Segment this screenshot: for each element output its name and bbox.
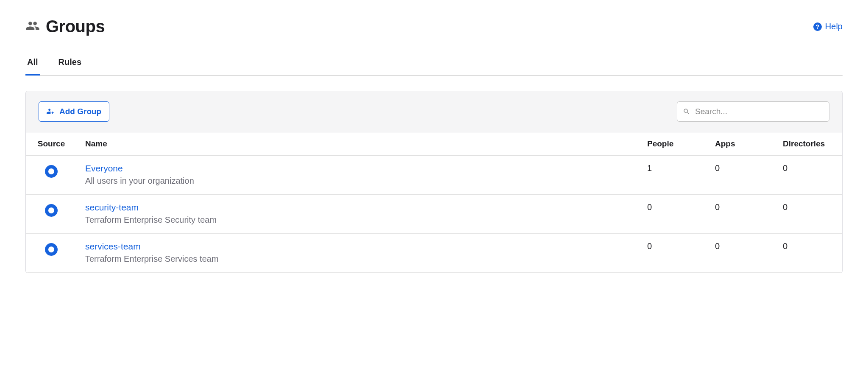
group-name-link[interactable]: services-team [85, 241, 630, 252]
cell-apps: 0 [707, 234, 774, 273]
group-description: Terraform Enterprise Services team [85, 254, 630, 264]
cell-people: 0 [639, 195, 707, 234]
tab-rules[interactable]: Rules [57, 53, 83, 76]
source-okta-icon [45, 165, 58, 178]
cell-directories: 0 [774, 234, 842, 273]
group-description: All users in your organization [85, 176, 630, 186]
table-row: services-team Terraform Enterprise Servi… [26, 234, 842, 273]
cell-directories: 0 [774, 195, 842, 234]
table-row: security-team Terraform Enterprise Secur… [26, 195, 842, 234]
table-row: Everyone All users in your organization … [26, 156, 842, 195]
cell-directories: 0 [774, 156, 842, 195]
search-input[interactable] [677, 101, 829, 122]
cell-people: 1 [639, 156, 707, 195]
source-okta-icon [45, 204, 58, 217]
cell-apps: 0 [707, 156, 774, 195]
col-directories: Directories [774, 132, 842, 156]
help-icon: ? [813, 22, 822, 31]
tabs: All Rules [25, 53, 843, 76]
group-description: Terraform Enterprise Security team [85, 215, 630, 225]
col-apps: Apps [707, 132, 774, 156]
source-okta-icon [45, 243, 58, 256]
group-name-link[interactable]: Everyone [85, 163, 630, 174]
groups-panel: Add Group Source Name People Apps Direct… [25, 91, 843, 273]
col-source: Source [26, 132, 77, 156]
cell-people: 0 [639, 234, 707, 273]
toolbar: Add Group [26, 91, 842, 132]
page-title: Groups [46, 17, 105, 36]
col-people: People [639, 132, 707, 156]
add-group-label: Add Group [59, 107, 101, 116]
group-name-link[interactable]: security-team [85, 202, 630, 213]
tab-all[interactable]: All [25, 53, 40, 76]
groups-icon [25, 19, 40, 35]
help-link[interactable]: ? Help [813, 22, 843, 31]
cell-apps: 0 [707, 195, 774, 234]
help-label: Help [825, 22, 843, 31]
add-group-button[interactable]: Add Group [39, 101, 109, 122]
groups-table: Source Name People Apps Directories Ever… [26, 132, 842, 273]
add-group-icon [47, 107, 55, 116]
col-name: Name [77, 132, 639, 156]
search-icon [683, 108, 690, 115]
